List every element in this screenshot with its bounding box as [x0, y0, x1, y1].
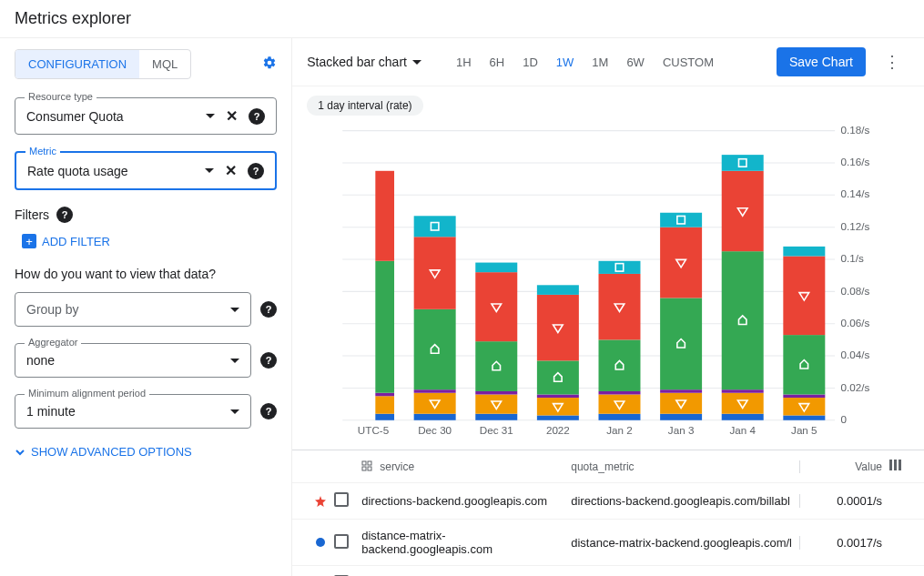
bar-segment — [475, 391, 517, 395]
add-filter-button[interactable]: + ADD FILTER — [22, 234, 277, 248]
series-checkbox[interactable] — [334, 492, 349, 507]
svg-text:0.04/s: 0.04/s — [841, 349, 870, 360]
bar-segment — [414, 414, 456, 420]
svg-text:Dec 31: Dec 31 — [480, 424, 513, 436]
min-align-field[interactable]: Minimum alignment period 1 minute — [15, 394, 251, 429]
bar-segment — [722, 414, 764, 420]
tab-configuration[interactable]: CONFIGURATION — [15, 50, 139, 78]
show-advanced-button[interactable]: SHOW ADVANCED OPTIONS — [15, 445, 277, 459]
bar-segment — [722, 393, 764, 414]
legend-row[interactable]: geocoding-backend.googleapis.comgeocodin… — [292, 565, 924, 576]
clear-icon[interactable]: ✕ — [225, 162, 237, 179]
tab-mql[interactable]: MQL — [139, 50, 190, 78]
min-align-label: Minimum alignment period — [25, 388, 149, 399]
bar-segment — [599, 274, 641, 339]
metric-field[interactable]: Metric Rate quota usage ✕ ? — [15, 151, 277, 190]
svg-text:0.06/s: 0.06/s — [841, 317, 870, 328]
bar-segment — [660, 298, 702, 389]
chevron-down-icon — [412, 60, 421, 65]
svg-text:2022: 2022 — [546, 424, 570, 436]
min-align-value: 1 minute — [26, 404, 230, 419]
column-select-icon[interactable] — [882, 460, 909, 473]
svg-text:0.14/s: 0.14/s — [841, 187, 870, 199]
save-chart-button[interactable]: Save Chart — [777, 47, 866, 76]
time-range-6h[interactable]: 6H — [482, 50, 513, 75]
bar-segment — [784, 335, 826, 394]
bar-segment — [475, 341, 517, 391]
legend-row[interactable]: distance-matrix-backend.googleapis.comdi… — [292, 519, 924, 565]
aggregator-field[interactable]: Aggregator none — [15, 343, 251, 378]
resource-type-field[interactable]: Resource type Consumer Quota ✕ ? — [15, 97, 277, 135]
series-marker-icon — [307, 537, 334, 548]
resource-type-label: Resource type — [25, 91, 96, 102]
time-range-1m[interactable]: 1M — [584, 50, 615, 75]
bar-segment — [414, 216, 456, 237]
svg-text:Dec 30: Dec 30 — [418, 424, 452, 436]
legend-value: 0.0017/s — [800, 536, 882, 550]
svg-rect-33 — [368, 461, 371, 465]
time-range-1w[interactable]: 1W — [549, 50, 582, 75]
legend-quota-metric: distance-matrix-backend.googleapis.com/l — [571, 536, 800, 550]
bar-segment — [784, 247, 826, 257]
svg-text:0.16/s: 0.16/s — [841, 156, 870, 167]
bar-segment — [414, 237, 456, 309]
clear-icon[interactable]: ✕ — [226, 107, 238, 125]
time-range-group: 1H6H1D1W1M6WCUSTOM — [449, 50, 721, 75]
help-icon[interactable]: ? — [260, 403, 277, 419]
bar-segment — [537, 295, 579, 360]
chevron-down-icon[interactable] — [206, 114, 215, 118]
svg-text:Jan 3: Jan 3 — [668, 424, 695, 436]
help-icon[interactable]: ? — [249, 108, 265, 125]
bar-segment — [475, 272, 517, 341]
bar-segment — [599, 395, 641, 414]
bar-segment — [660, 213, 702, 227]
group-by-field[interactable]: Group by — [15, 292, 251, 327]
gear-icon[interactable] — [262, 56, 277, 74]
bar-segment — [660, 393, 702, 414]
interval-badge: 1 day interval (rate) — [307, 96, 422, 116]
chevron-down-icon[interactable] — [230, 409, 239, 414]
filters-heading: Filters ? — [15, 207, 277, 223]
bar-segment — [660, 389, 702, 393]
group-by-placeholder: Group by — [26, 302, 230, 317]
help-icon[interactable]: ? — [260, 352, 277, 369]
metric-value: Rate quota usage — [27, 164, 205, 178]
time-range-6w[interactable]: 6W — [619, 50, 652, 75]
help-icon[interactable]: ? — [260, 301, 277, 318]
legend-row[interactable]: directions-backend.googleapis.comdirecti… — [292, 482, 924, 519]
bar-segment — [414, 393, 456, 414]
time-range-1d[interactable]: 1D — [515, 50, 545, 75]
svg-text:0.12/s: 0.12/s — [841, 220, 870, 232]
chevron-down-icon[interactable] — [230, 308, 239, 312]
bar-segment — [376, 261, 395, 393]
bar-segment — [537, 360, 579, 394]
svg-rect-35 — [368, 467, 371, 470]
svg-rect-38 — [899, 460, 901, 470]
chart-area: 00.02/s0.04/s0.06/s0.08/s0.1/s0.12/s0.14… — [292, 121, 924, 450]
bar-segment — [475, 395, 517, 414]
help-icon[interactable]: ? — [56, 207, 73, 223]
svg-rect-37 — [894, 460, 897, 470]
bar-segment — [722, 155, 764, 171]
bar-segment — [376, 393, 395, 397]
chevron-down-icon[interactable] — [230, 359, 239, 363]
legend-header: service quota_metric Value — [292, 450, 924, 482]
time-range-custom[interactable]: CUSTOM — [655, 50, 721, 75]
bar-segment — [784, 415, 826, 419]
stacked-bar-chart: 00.02/s0.04/s0.06/s0.08/s0.1/s0.12/s0.14… — [307, 121, 909, 440]
legend-value: 0.0001/s — [800, 494, 882, 508]
chart-type-selector[interactable]: Stacked bar chart — [307, 55, 421, 69]
view-question: How do you want to view that data? — [15, 267, 277, 281]
more-icon[interactable]: ⋮ — [875, 52, 909, 72]
bar-segment — [376, 171, 395, 261]
chevron-down-icon[interactable] — [205, 168, 214, 173]
time-range-1h[interactable]: 1H — [449, 50, 479, 75]
bar-segment — [599, 391, 641, 395]
series-checkbox[interactable] — [334, 534, 349, 549]
help-icon[interactable]: ? — [248, 163, 264, 179]
bar-segment — [722, 389, 764, 393]
config-panel: CONFIGURATION MQL Resource type Consumer… — [0, 38, 292, 576]
resource-type-value: Consumer Quota — [26, 109, 206, 124]
columns-icon — [361, 460, 374, 473]
bar-segment — [475, 263, 517, 273]
